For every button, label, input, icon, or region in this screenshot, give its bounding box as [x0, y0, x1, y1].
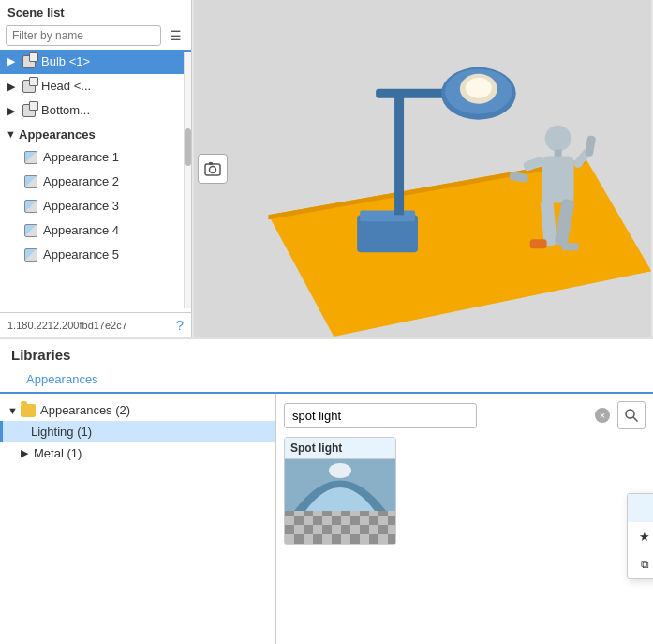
- scene-scrollbar[interactable]: [184, 52, 191, 308]
- lib-root-arrow: ▼: [7, 405, 21, 416]
- bulb-icon: [21, 53, 37, 70]
- tree-item-appearance2[interactable]: Appearance 2: [0, 170, 191, 194]
- svg-rect-8: [394, 94, 404, 216]
- scene-scrollbar-thumb[interactable]: [185, 128, 191, 166]
- app2-label: Appearance 2: [43, 173, 119, 190]
- svg-rect-23: [530, 239, 547, 248]
- context-menu-assign[interactable]: Assign: [628, 494, 653, 522]
- scene-list-panel: Scene list ☰ ▶ Bulb <1> ▶ Head <...: [0, 0, 192, 337]
- app3-icon: [22, 198, 39, 215]
- tree-item-appearance5[interactable]: Appearance 5: [0, 243, 191, 267]
- search-input-wrapper: ×: [284, 403, 614, 428]
- app4-label: Appearance 4: [43, 222, 119, 239]
- tree-item-appearance3[interactable]: Appearance 3: [0, 194, 191, 218]
- spot-light-preview-svg: [285, 459, 395, 544]
- svg-point-25: [626, 410, 634, 418]
- help-icon[interactable]: ?: [176, 317, 184, 333]
- search-row: ×: [284, 401, 646, 429]
- svg-rect-16: [542, 157, 574, 203]
- head-icon: [21, 78, 37, 95]
- lighting-label: Lighting (1): [31, 425, 92, 439]
- libraries-title: Libraries: [0, 339, 653, 363]
- appearances-arrow: ▼: [6, 128, 19, 140]
- svg-rect-35: [285, 511, 395, 544]
- tree-item-appearance4[interactable]: Appearance 4: [0, 218, 191, 243]
- metal-label: Metal (1): [34, 446, 82, 460]
- list-view-button[interactable]: ☰: [165, 25, 186, 46]
- appearances-section[interactable]: ▼ Appearances: [0, 124, 191, 145]
- search-input[interactable]: [284, 403, 477, 428]
- context-menu: Assign ★ Add to favorites ⧉ Copy appeara…: [627, 493, 653, 579]
- metal-arrow: ▶: [21, 447, 34, 459]
- bottom-arrow: ▶: [7, 104, 21, 118]
- spot-light-preview: [285, 459, 395, 544]
- 3d-viewport[interactable]: [192, 0, 653, 337]
- tree-item-bottom[interactable]: ▶ Bottom...: [0, 98, 191, 123]
- appearances-section-label: Appearances: [19, 127, 96, 142]
- tab-appearances[interactable]: Appearances: [11, 367, 113, 394]
- lib-folder-icon: [21, 404, 36, 417]
- scene-svg: [192, 0, 653, 337]
- spot-light-label: Spot light: [285, 438, 395, 459]
- svg-rect-24: [562, 243, 579, 250]
- lib-root-label: Appearances (2): [40, 403, 130, 417]
- scene-tree: ▶ Bulb <1> ▶ Head <... ▶ Bott: [0, 50, 191, 312]
- svg-point-13: [466, 78, 492, 98]
- svg-rect-7: [360, 210, 415, 221]
- app2-icon: [22, 173, 39, 190]
- bottom-icon: [21, 102, 37, 119]
- camera-icon: [203, 159, 222, 178]
- svg-line-26: [633, 417, 638, 422]
- context-menu-add-favorites[interactable]: ★ Add to favorites: [628, 522, 653, 550]
- bulb-label: Bulb <1>: [41, 53, 90, 70]
- svg-point-1: [210, 166, 216, 172]
- app1-icon: [22, 149, 39, 166]
- lib-tree-root[interactable]: ▼ Appearances (2): [0, 399, 275, 421]
- app1-label: Appearance 1: [43, 149, 119, 166]
- version-label: 1.180.2212.200fbd17e2c7: [7, 320, 127, 331]
- camera-button[interactable]: [198, 154, 228, 184]
- tree-item-appearance1[interactable]: Appearance 1: [0, 145, 191, 170]
- app3-label: Appearance 3: [43, 198, 119, 215]
- libraries-body: ▼ Appearances (2) Lighting (1) ▶ Metal (…: [0, 394, 653, 644]
- scene-filter-input[interactable]: [6, 25, 161, 46]
- search-icon: [624, 408, 639, 423]
- scene-list-title: Scene list: [0, 0, 191, 23]
- app4-icon: [22, 222, 39, 239]
- scene-filter-row: ☰: [0, 23, 191, 50]
- libraries-tabs: Appearances: [0, 367, 653, 394]
- bottom-label: Bottom...: [41, 102, 90, 119]
- head-arrow: ▶: [7, 80, 21, 94]
- libraries-panel: Libraries Appearances ▼ Appearances (2) …: [0, 337, 653, 644]
- svg-rect-2: [209, 162, 213, 165]
- bulb-arrow: ▶: [7, 54, 21, 68]
- spot-light-card[interactable]: Spot light: [284, 437, 396, 545]
- svg-rect-15: [555, 150, 562, 157]
- app5-label: Appearance 5: [43, 247, 119, 263]
- library-content: × Spot light: [276, 394, 653, 644]
- tree-item-bulb[interactable]: ▶ Bulb <1>: [0, 50, 191, 74]
- tree-item-head[interactable]: ▶ Head <...: [0, 74, 191, 98]
- lib-tree-lighting[interactable]: Lighting (1): [0, 421, 275, 442]
- head-label: Head <...: [41, 78, 91, 95]
- item-card-container: Spot light: [284, 437, 646, 545]
- svg-point-14: [545, 126, 571, 152]
- search-clear-button[interactable]: ×: [595, 408, 610, 423]
- copy-icon: ⧉: [637, 557, 652, 572]
- star-icon: ★: [637, 529, 652, 544]
- assign-icon: [637, 501, 652, 516]
- app5-icon: [22, 247, 39, 263]
- scene-bottom-bar: 1.180.2212.200fbd17e2c7 ?: [0, 312, 191, 337]
- library-tree: ▼ Appearances (2) Lighting (1) ▶ Metal (…: [0, 394, 276, 644]
- search-button[interactable]: [617, 401, 646, 429]
- lib-tree-metal[interactable]: ▶ Metal (1): [0, 442, 275, 464]
- svg-point-34: [329, 463, 351, 478]
- context-menu-copy-appearance[interactable]: ⧉ Copy appearance: [628, 550, 653, 578]
